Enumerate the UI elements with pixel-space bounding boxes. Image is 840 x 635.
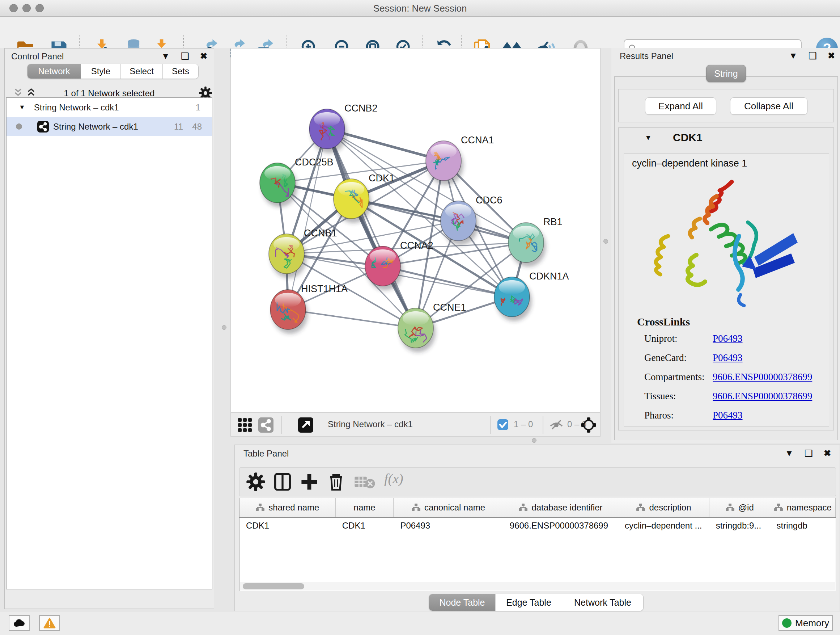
table-cell[interactable]: 9606.ENSP00000378699 xyxy=(503,518,618,535)
close-panel-icon[interactable]: ✖ xyxy=(200,52,207,60)
maximize-panel-icon[interactable]: ❑ xyxy=(808,51,817,60)
maximize-panel-icon[interactable]: ❑ xyxy=(181,51,189,61)
grid-view-icon[interactable] xyxy=(237,417,253,432)
network-node-cdc6[interactable] xyxy=(441,201,476,241)
crosslink-label: Tissues: xyxy=(644,391,676,402)
delete-column-icon[interactable] xyxy=(326,472,346,492)
current-network-name: String Network – cdk1 xyxy=(328,419,413,429)
table-row[interactable]: CDK1CDK1P064939606.ENSP00000378699cyclin… xyxy=(240,518,836,535)
column-header--id[interactable]: @id xyxy=(709,498,770,517)
zoom-window-icon[interactable] xyxy=(35,4,44,12)
close-panel-icon[interactable]: ✖ xyxy=(824,449,831,458)
tab-style[interactable]: Style xyxy=(81,64,121,79)
warnings-button[interactable] xyxy=(39,615,60,631)
node-label-cdkn1a: CDKN1A xyxy=(529,271,569,282)
network-node-ccna2[interactable] xyxy=(365,246,401,286)
column-label: database identifier xyxy=(531,502,602,513)
crosslink-label: Uniprot: xyxy=(644,333,677,344)
column-shared-icon xyxy=(411,503,421,512)
network-view-canvas[interactable]: CCNB2CCNA1CDC25BCDK1CDC6RB1CCNB1CCNA2CDK… xyxy=(231,48,600,413)
tab-string[interactable]: String xyxy=(706,65,746,82)
horizontal-splitter-handle[interactable] xyxy=(532,438,537,443)
node-label-ccna2: CCNA2 xyxy=(400,240,433,251)
column-header-database-identifier[interactable]: database identifier xyxy=(503,498,618,517)
crosslinks-title: CrossLinks xyxy=(637,316,690,328)
cloud-icon xyxy=(13,619,25,627)
node-label-ccne1: CCNE1 xyxy=(433,302,466,313)
network-node-ccna1[interactable] xyxy=(426,141,461,181)
cloud-status-button[interactable] xyxy=(9,615,30,631)
column-header-canonical-name[interactable]: canonical name xyxy=(393,498,503,517)
horizontal-scrollbar[interactable] xyxy=(240,582,835,591)
collection-expander-icon[interactable]: ▼ xyxy=(19,103,25,111)
selected-count: 1 – 0 xyxy=(514,419,533,429)
network-node-cdk1[interactable] xyxy=(333,179,369,219)
maximize-panel-icon[interactable]: ❑ xyxy=(805,448,813,458)
node-label-ccnb1: CCNB1 xyxy=(304,228,337,239)
table-cell[interactable]: stringdb xyxy=(770,518,836,535)
node-label-cdk1: CDK1 xyxy=(369,173,395,184)
add-column-icon[interactable] xyxy=(300,472,319,492)
collection-name: String Network – cdk1 xyxy=(34,103,119,112)
network-node-ccnb2[interactable] xyxy=(309,109,345,149)
column-header-shared-name[interactable]: shared name xyxy=(240,498,336,517)
float-panel-icon[interactable]: ▼ xyxy=(789,51,798,60)
crosslink-link[interactable]: P06493 xyxy=(713,333,743,344)
close-window-icon[interactable] xyxy=(9,4,18,12)
table-toolbar: f(x) xyxy=(239,467,836,496)
column-header-namespace[interactable]: namespace xyxy=(770,498,836,517)
column-header-name[interactable]: name xyxy=(336,498,394,517)
network-node-cdc25b[interactable] xyxy=(260,163,295,203)
network-edge-count: 48 xyxy=(192,122,202,132)
float-panel-icon[interactable]: ▼ xyxy=(785,449,794,458)
column-label: shared name xyxy=(268,502,319,513)
crosslink-link[interactable]: 9606.ENSP00000378699 xyxy=(713,371,812,383)
crosslink-link[interactable]: 9606.ENSP00000378699 xyxy=(713,391,812,402)
window-title: Session: New Session xyxy=(0,0,840,17)
table-cell[interactable]: stringdb:9... xyxy=(709,518,770,535)
table-cell[interactable]: P06493 xyxy=(393,518,503,535)
gene-expander-icon[interactable]: ▼ xyxy=(645,134,652,142)
tab-edge-table[interactable]: Edge Table xyxy=(496,594,562,611)
minimize-window-icon[interactable] xyxy=(22,4,31,12)
expand-all-button[interactable]: Expand All xyxy=(645,97,716,115)
column-header-description[interactable]: description xyxy=(618,498,709,517)
open-in-window-icon[interactable] xyxy=(298,417,313,432)
title-bar: Session: New Session xyxy=(0,0,840,17)
birdseye-navigator-icon[interactable] xyxy=(580,417,597,433)
tab-node-table[interactable]: Node Table xyxy=(429,594,496,611)
tab-network[interactable]: Network xyxy=(27,64,81,79)
vertical-splitter-handle[interactable] xyxy=(222,325,226,330)
network-node-rb1[interactable] xyxy=(508,223,544,263)
selected-checkbox-icon[interactable] xyxy=(497,419,508,431)
gene-description: cyclin–dependent kinase 1 xyxy=(632,158,747,169)
collapse-all-button[interactable]: Collapse All xyxy=(730,97,807,115)
scrollbar-thumb[interactable] xyxy=(243,583,304,589)
network-node-cdkn1a[interactable] xyxy=(494,277,530,317)
memory-button[interactable]: Memory xyxy=(778,615,833,631)
vertical-splitter-handle[interactable] xyxy=(603,239,608,244)
tab-select[interactable]: Select xyxy=(121,64,163,79)
close-panel-icon[interactable]: ✖ xyxy=(828,51,835,60)
tab-network-table[interactable]: Network Table xyxy=(562,594,643,611)
crosslink-link[interactable]: P06493 xyxy=(713,410,743,421)
string-view-icon[interactable] xyxy=(258,417,273,432)
network-collection-row[interactable]: ▼ String Network – cdk1 1 xyxy=(6,98,212,117)
float-panel-icon[interactable]: ▼ xyxy=(161,52,170,60)
crosslink-link[interactable]: P06493 xyxy=(713,352,743,363)
table-options-gear-icon[interactable] xyxy=(246,472,265,492)
string-network-graph[interactable]: CCNB2CCNA1CDC25BCDK1CDC6RB1CCNB1CCNA2CDK… xyxy=(231,49,601,413)
network-node-ccnb1[interactable] xyxy=(269,234,304,274)
network-node-hist1h1a[interactable] xyxy=(270,290,306,329)
crosslink-label: Compartments: xyxy=(644,371,704,383)
tab-sets[interactable]: Sets xyxy=(163,64,198,79)
table-cell[interactable]: CDK1 xyxy=(240,518,336,535)
table-cell[interactable]: CDK1 xyxy=(336,518,394,535)
table-cell[interactable]: cyclin–dependent ... xyxy=(618,518,709,535)
control-panel: Control Panel ▼ ❑ ✖ Network Style Select… xyxy=(4,48,214,609)
show-columns-icon[interactable] xyxy=(273,472,292,492)
network-row[interactable]: String Network – cdk1 11 48 xyxy=(6,117,212,136)
delete-table-icon[interactable] xyxy=(354,472,376,492)
network-node-ccne1[interactable] xyxy=(398,308,433,348)
function-builder-icon[interactable]: f(x) xyxy=(384,470,403,486)
